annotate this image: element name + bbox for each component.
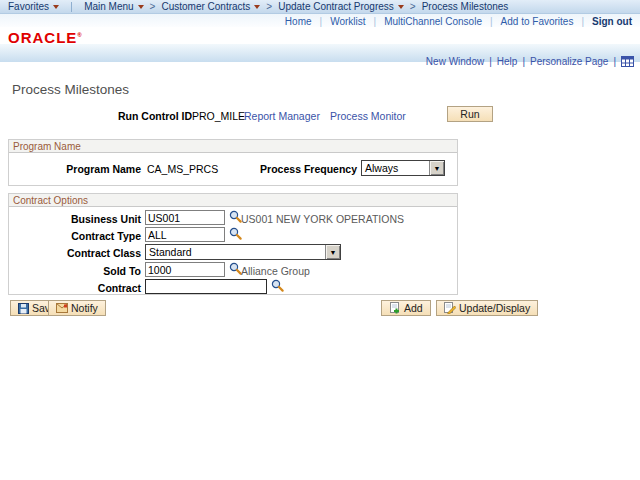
business-unit-description: US001 NEW YORK OPERATIONS: [241, 213, 404, 225]
new-window-link[interactable]: New Window: [426, 56, 484, 67]
contract-options-section-body: Business Unit US001 NEW YORK OPERATIONS …: [9, 207, 457, 295]
program-name-value: CA_MS_PRCS: [147, 163, 218, 175]
breadcrumb-separator: [410, 1, 416, 12]
breadcrumb-process-milestones: Process Milestones: [422, 1, 509, 12]
header-separator: [581, 16, 584, 27]
notify-icon: [56, 303, 68, 313]
process-frequency-select[interactable]: Always ▼: [361, 160, 445, 176]
multichannel-console-link[interactable]: MultiChannel Console: [384, 16, 482, 27]
http-grid-icon[interactable]: [621, 56, 634, 67]
sold-to-input[interactable]: [145, 262, 225, 277]
process-frequency-value: Always: [362, 162, 429, 174]
program-name-label: Program Name: [9, 163, 141, 175]
contract-options-section-title: Contract Options: [9, 194, 457, 207]
header-separator: [490, 16, 493, 27]
chevron-down-icon: [138, 5, 144, 9]
notify-button[interactable]: Notify: [48, 300, 106, 316]
toolbar: Save Notify Add Update/Display: [0, 300, 640, 318]
report-manager-link[interactable]: Report Manager: [244, 110, 320, 122]
run-control-id-label: Run Control ID: [118, 110, 192, 122]
contract-class-select[interactable]: Standard ▼: [145, 244, 341, 260]
add-button[interactable]: Add: [381, 300, 431, 316]
add-to-favorites-link[interactable]: Add to Favorites: [501, 16, 574, 27]
contract-class-value: Standard: [146, 246, 325, 258]
contract-type-label: Contract Type: [9, 230, 141, 242]
program-name-section-body: Program Name CA_MS_PRCS Process Frequenc…: [9, 153, 457, 186]
header-links-bar: Home Worklist MultiChannel Console Add t…: [0, 14, 640, 28]
breadcrumb-divider: [71, 2, 72, 12]
run-button[interactable]: Run: [447, 106, 493, 122]
breadcrumb-main-menu[interactable]: Main Menu: [84, 1, 143, 12]
dropdown-arrow-icon: ▼: [325, 245, 340, 259]
pagebar-separator: [489, 56, 492, 67]
chevron-down-icon: [53, 5, 59, 9]
breadcrumb-main-menu-label: Main Menu: [84, 1, 133, 12]
add-document-icon: [389, 302, 401, 314]
dropdown-arrow-icon: ▼: [429, 161, 444, 175]
chevron-down-icon: [398, 5, 404, 9]
run-control-id-value: PRO_MILE: [192, 110, 245, 122]
worklist-link[interactable]: Worklist: [330, 16, 365, 27]
program-name-section-title: Program Name: [9, 140, 457, 153]
save-floppy-icon: [18, 303, 29, 314]
breadcrumb-favorites[interactable]: Favorites: [8, 1, 59, 12]
breadcrumb-customer-contracts-label: Customer Contracts: [161, 1, 250, 12]
business-unit-input[interactable]: [145, 210, 225, 225]
header-separator: [320, 16, 323, 27]
contract-input[interactable]: [145, 279, 267, 294]
notify-button-label: Notify: [71, 302, 98, 314]
pagebar-separator: [613, 56, 616, 67]
contract-label: Contract: [9, 282, 141, 294]
contract-lookup-icon[interactable]: [271, 279, 284, 292]
contract-options-section: Contract Options Business Unit US001 NEW…: [8, 193, 458, 295]
chevron-down-icon: [254, 5, 260, 9]
help-link[interactable]: Help: [497, 56, 518, 67]
business-unit-label: Business Unit: [9, 213, 141, 225]
breadcrumb-separator: [150, 1, 156, 12]
breadcrumb-customer-contracts[interactable]: Customer Contracts: [161, 1, 260, 12]
run-control-row: Run Control ID PRO_MILE Report Manager P…: [0, 108, 640, 126]
header-separator: [374, 16, 377, 27]
program-name-section: Program Name Program Name CA_MS_PRCS Pro…: [8, 139, 458, 186]
breadcrumb-update-contract-progress-label: Update Contract Progress: [278, 1, 394, 12]
breadcrumb-separator: [266, 1, 272, 12]
sold-to-description: Alliance Group: [241, 265, 310, 277]
update-display-button-label: Update/Display: [459, 302, 530, 314]
contract-type-lookup-icon[interactable]: [229, 227, 242, 240]
add-button-label: Add: [404, 302, 423, 314]
breadcrumb-bar: Favorites Main Menu Customer Contracts U…: [0, 0, 640, 14]
home-link[interactable]: Home: [285, 16, 312, 27]
pagebar-separator: [522, 56, 525, 67]
sign-out-link[interactable]: Sign out: [592, 16, 632, 27]
peoplesoft-screen: Favorites Main Menu Customer Contracts U…: [0, 0, 640, 480]
update-display-pencil-icon: [444, 302, 456, 314]
breadcrumb-process-milestones-label: Process Milestones: [422, 1, 509, 12]
personalize-page-link[interactable]: Personalize Page: [530, 56, 608, 67]
contract-class-label: Contract Class: [9, 247, 141, 259]
sold-to-label: Sold To: [9, 265, 141, 277]
breadcrumb-favorites-label: Favorites: [8, 1, 49, 12]
process-monitor-link[interactable]: Process Monitor: [330, 110, 406, 122]
process-frequency-label: Process Frequency: [227, 163, 357, 175]
contract-type-input[interactable]: [145, 227, 225, 242]
update-display-button[interactable]: Update/Display: [436, 300, 538, 316]
logo-row: ORACLE®: [0, 27, 640, 44]
page-title: Process Milestones: [12, 82, 129, 97]
page-action-bar: New Window Help Personalize Page: [426, 56, 634, 67]
breadcrumb-update-contract-progress[interactable]: Update Contract Progress: [278, 1, 404, 12]
